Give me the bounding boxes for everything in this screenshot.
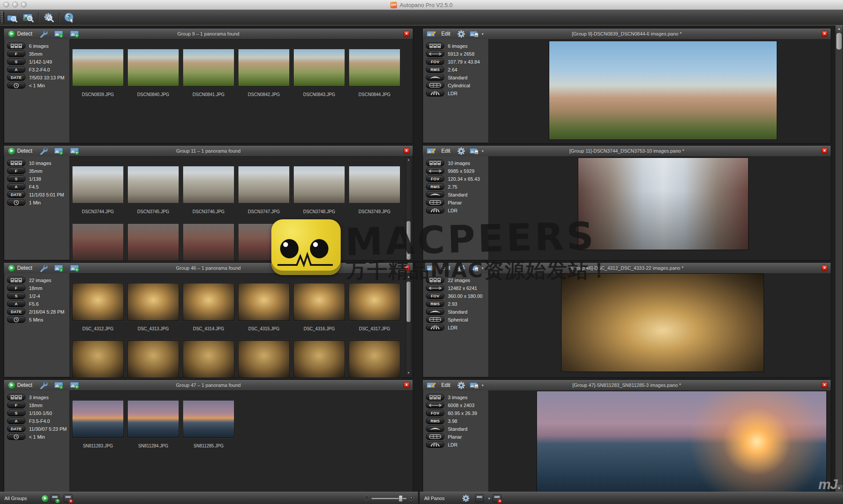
group-settings-button[interactable] (39, 30, 48, 38)
thumbnail[interactable] (127, 283, 179, 321)
scroll-down-button[interactable]: ▼ (406, 371, 411, 375)
thumbnail[interactable] (183, 340, 234, 378)
image-add-button[interactable]: + (70, 147, 79, 155)
thumbnail[interactable] (238, 340, 290, 378)
close-pano-button[interactable]: × (821, 148, 828, 154)
thumbnail[interactable] (72, 283, 124, 321)
toolbar-drag-handle[interactable] (1, 12, 3, 23)
pano-preview-image[interactable] (549, 41, 777, 140)
pano-title: [Group 47]-SN811283_SN811285-3 images.pa… (476, 382, 778, 388)
edit-pano-button[interactable] (426, 147, 436, 155)
detect-play-icon[interactable]: ▶ (8, 148, 15, 154)
metadata-pill (7, 433, 25, 440)
render-dropdown-arrow[interactable]: ▼ (481, 384, 484, 387)
thumbnail[interactable] (349, 166, 400, 204)
detect-button[interactable]: Detect (17, 382, 32, 388)
pano-settings-button[interactable] (457, 30, 465, 38)
help-button[interactable]: ? (61, 11, 77, 24)
add-group-button[interactable]: + (50, 494, 59, 502)
render-dropdown-arrow[interactable]: ▼ (481, 150, 484, 153)
thumbnail[interactable] (238, 166, 290, 204)
pano-preview-image[interactable] (537, 391, 827, 492)
zoom-out-button[interactable]: - (364, 496, 369, 500)
pano-settings-button[interactable] (457, 381, 465, 390)
group-scrollbar[interactable]: ▲▼ (406, 274, 411, 376)
export-dropdown-arrow[interactable]: ▼ (487, 497, 490, 500)
group-settings-button[interactable] (39, 147, 48, 155)
edit-pano-button[interactable] (426, 381, 436, 389)
detect-play-icon[interactable]: ▶ (8, 382, 15, 389)
thumbnail[interactable] (127, 49, 179, 86)
detect-button[interactable]: Detect (17, 31, 32, 37)
detect-play-icon[interactable]: ▶ (8, 265, 15, 272)
pano-settings-button[interactable] (457, 147, 465, 155)
image-info-button[interactable]: i (54, 30, 64, 38)
render-pano-button[interactable] (469, 147, 479, 155)
detect-all-button[interactable]: ▶ (42, 495, 48, 502)
thumbnail[interactable] (349, 283, 400, 321)
corner-watermark: mJ (818, 476, 837, 493)
image-add-button[interactable]: + (70, 381, 79, 389)
thumbnail[interactable] (238, 49, 290, 86)
thumbnail[interactable] (72, 166, 124, 204)
image-info-button[interactable]: i (54, 381, 64, 389)
thumbnail[interactable] (127, 166, 179, 204)
thumbnail[interactable] (72, 400, 124, 438)
thumbnail[interactable] (293, 166, 345, 204)
export-pano-button[interactable] (475, 494, 484, 502)
render-pano-button[interactable] (469, 30, 479, 38)
metadata-row: Planar (426, 199, 462, 206)
open-folder-button[interactable] (4, 11, 20, 24)
open-images-button[interactable] (20, 11, 36, 24)
thumbnail[interactable] (349, 340, 400, 378)
scroll-up-button[interactable]: ▲ (406, 157, 411, 162)
thumbnail[interactable] (183, 49, 234, 86)
thumbnail[interactable] (349, 49, 400, 86)
thumbnail[interactable] (293, 340, 345, 378)
detect-button[interactable]: Detect (17, 148, 32, 154)
scrollbar-thumb[interactable] (407, 282, 411, 322)
image-info-button[interactable]: i (54, 264, 64, 272)
close-pano-button[interactable]: × (821, 382, 828, 388)
remove-pano-button[interactable]: x (493, 494, 501, 502)
scrollbar-thumb[interactable] (836, 33, 842, 50)
edit-pano-button[interactable] (426, 30, 436, 38)
thumbnail[interactable] (183, 283, 234, 321)
detection-settings-button[interactable] (41, 11, 57, 24)
zoom-slider-handle[interactable] (399, 495, 403, 502)
detect-button[interactable]: Detect (17, 265, 32, 271)
thumbnail[interactable] (293, 49, 345, 86)
image-info-button[interactable]: i (54, 147, 64, 155)
thumbnail[interactable] (238, 283, 290, 321)
group-settings-button[interactable] (39, 264, 48, 272)
zoom-in-button[interactable]: + (409, 496, 414, 500)
render-dropdown-arrow[interactable]: ▼ (481, 32, 484, 36)
remove-group-button[interactable]: x (64, 494, 72, 502)
thumbnail[interactable] (72, 49, 124, 86)
thumbnail[interactable] (127, 340, 179, 378)
panos-settings-button[interactable] (462, 494, 470, 502)
group-settings-button[interactable] (39, 381, 48, 389)
pano-preview-image[interactable] (561, 273, 764, 372)
window-scrollbar[interactable]: ▲ ▼ (835, 25, 843, 492)
thumbnail[interactable] (127, 223, 179, 261)
thumbnail[interactable] (183, 166, 234, 204)
scroll-up-button[interactable]: ▲ (836, 25, 843, 32)
close-group-button[interactable]: × (403, 31, 410, 37)
thumbnail[interactable] (183, 400, 234, 438)
thumbnail[interactable] (72, 223, 124, 261)
svg-text:i: i (61, 268, 61, 272)
thumbnail[interactable] (72, 340, 124, 378)
thumbnail[interactable] (293, 283, 345, 321)
render-pano-button[interactable] (469, 381, 479, 389)
metadata-pill: DATE (7, 74, 25, 81)
close-pano-button[interactable]: × (821, 265, 828, 271)
image-add-button[interactable]: + (70, 264, 79, 272)
close-group-button[interactable]: × (403, 148, 410, 154)
thumbnail[interactable] (127, 400, 179, 438)
close-pano-button[interactable]: × (821, 31, 828, 37)
close-group-button[interactable]: × (403, 382, 410, 388)
image-add-button[interactable]: + (70, 30, 79, 38)
thumbnail[interactable] (183, 223, 234, 261)
detect-play-icon[interactable]: ▶ (8, 31, 15, 37)
